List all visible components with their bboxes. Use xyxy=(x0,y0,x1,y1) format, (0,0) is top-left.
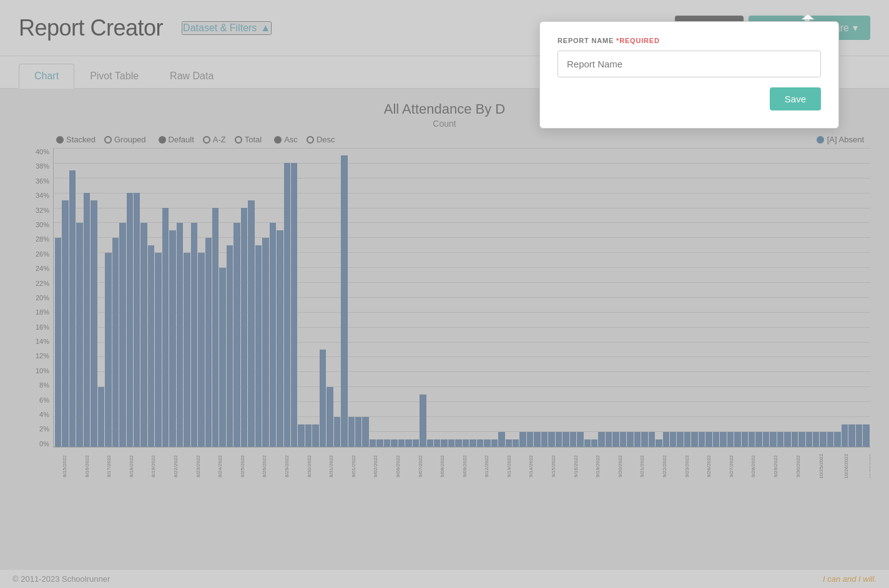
modal-label: REPORT NAME*REQUIRED xyxy=(557,37,821,44)
modal-save-button[interactable]: Save xyxy=(770,87,821,110)
modal-actions: Save xyxy=(557,87,821,110)
svg-marker-1 xyxy=(802,15,814,19)
modal-arrow xyxy=(802,12,814,21)
modal-box: REPORT NAME*REQUIRED Save xyxy=(539,21,839,129)
required-marker: *REQUIRED xyxy=(616,37,660,44)
report-name-input[interactable] xyxy=(557,51,821,77)
save-report-modal: REPORT NAME*REQUIRED Save xyxy=(539,12,839,129)
